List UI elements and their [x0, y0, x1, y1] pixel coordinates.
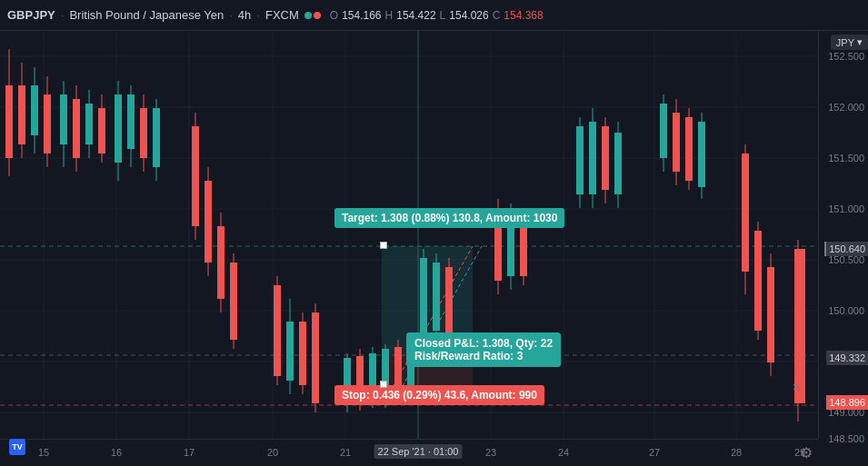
price-label-151000: 151.000 [828, 203, 864, 214]
svg-rect-96 [614, 133, 622, 194]
svg-rect-92 [589, 122, 596, 194]
chart-header: GBPJPY · British Pound / Japanese Yen · … [0, 0, 868, 31]
open-label: O [330, 9, 338, 22]
ohlc-values: O 154.166 H 154.422 L 154.026 C 154.368 [330, 9, 544, 22]
time-label-24: 24 [558, 447, 569, 458]
svg-rect-50 [192, 126, 199, 226]
svg-rect-38 [85, 104, 93, 144]
price-label-150000: 150.000 [828, 305, 864, 316]
svg-rect-32 [44, 94, 51, 154]
target-handle[interactable] [380, 242, 387, 249]
time-label-15: 15 [38, 447, 49, 458]
low-label: L [440, 9, 446, 22]
navigate-right-button[interactable]: » [793, 379, 800, 393]
time-label-16: 16 [111, 447, 122, 458]
price-label-152000: 152.000 [828, 102, 864, 113]
svg-rect-64 [312, 312, 319, 403]
separator: · [61, 8, 65, 22]
dot-green [304, 12, 312, 19]
low-value: 154.026 [449, 9, 488, 22]
svg-rect-44 [127, 94, 135, 149]
svg-rect-110 [767, 267, 774, 362]
svg-rect-26 [5, 85, 13, 158]
svg-rect-90 [576, 126, 584, 194]
svg-rect-100 [673, 113, 680, 172]
svg-rect-94 [602, 126, 609, 190]
symbol-label: GBPJPY [7, 8, 55, 22]
svg-rect-98 [660, 104, 667, 158]
tradingview-logo: TV [9, 439, 25, 455]
svg-rect-108 [754, 231, 762, 331]
stop-handle[interactable] [380, 381, 387, 388]
svg-rect-56 [230, 263, 237, 340]
high-label: H [385, 9, 394, 22]
candlestick-chart [0, 31, 818, 439]
time-label-21: 21 [340, 447, 351, 458]
instrument-description: British Pound / Japanese Yen [69, 8, 224, 22]
closed-pnl-box: Closed P&L: 1.308, Qty: 22 Risk/Reward R… [406, 332, 561, 367]
close-value: 154.368 [504, 9, 543, 22]
dot-red [314, 12, 321, 19]
svg-rect-104 [698, 122, 705, 187]
status-indicator [304, 12, 321, 19]
time-label-17: 17 [184, 447, 195, 458]
dropdown-arrow-icon: ▾ [857, 36, 863, 48]
currency-label: JPY [836, 37, 854, 48]
price-label-148500: 148.500 [828, 433, 864, 444]
timeframe-label: 4h [238, 8, 251, 22]
svg-rect-54 [217, 226, 224, 299]
svg-rect-30 [31, 85, 38, 135]
svg-rect-82 [445, 267, 453, 340]
separator3: · [256, 8, 260, 22]
time-label-28: 28 [731, 447, 742, 458]
stop-label-box: Stop: 0.436 (0.29%) 43.6, Amount: 990 [334, 385, 544, 405]
time-label-27: 27 [649, 447, 660, 458]
price-label-152500: 152.500 [828, 51, 864, 62]
high-value: 154.422 [396, 9, 435, 22]
svg-rect-40 [98, 108, 105, 154]
currency-dropdown[interactable]: JPY ▾ [831, 35, 868, 50]
svg-rect-28 [18, 85, 25, 144]
target-price-badge: 149.332 [826, 351, 868, 365]
svg-rect-102 [685, 117, 693, 181]
svg-rect-58 [274, 285, 281, 376]
svg-rect-46 [140, 108, 147, 158]
time-label-20: 20 [267, 447, 278, 458]
target-label-box: Target: 1.308 (0.88%) 130.8, Amount: 103… [334, 208, 564, 228]
stop-price-badge: 148.896 [826, 395, 868, 410]
price-label-151500: 151.500 [828, 153, 864, 164]
time-axis: 15 16 17 20 21 22 Sep '21 · 01:00 23 24 … [0, 439, 818, 466]
svg-rect-106 [742, 154, 749, 272]
svg-rect-80 [433, 263, 440, 331]
chart-area: Target: 1.308 (0.88%) 130.8, Amount: 103… [0, 31, 818, 439]
svg-rect-42 [115, 94, 122, 163]
broker-label: FXCM [265, 8, 299, 22]
svg-rect-36 [73, 99, 80, 158]
svg-rect-34 [60, 94, 67, 144]
price-axis: 152.500 152.000 151.500 151.000 150.500 … [818, 31, 868, 439]
close-label: C [493, 9, 501, 22]
svg-rect-60 [286, 322, 294, 381]
settings-button[interactable]: ⚙ [797, 443, 815, 461]
time-label-active: 22 Sep '21 · 01:00 [374, 444, 463, 459]
tv-icon: TV [9, 439, 25, 455]
current-price-badge: 150.640 [824, 242, 868, 256]
time-label-23: 23 [485, 447, 496, 458]
separator2: · [229, 8, 233, 22]
svg-rect-62 [299, 322, 306, 385]
svg-rect-48 [153, 108, 160, 167]
svg-rect-52 [205, 181, 212, 263]
open-value: 154.166 [342, 9, 381, 22]
